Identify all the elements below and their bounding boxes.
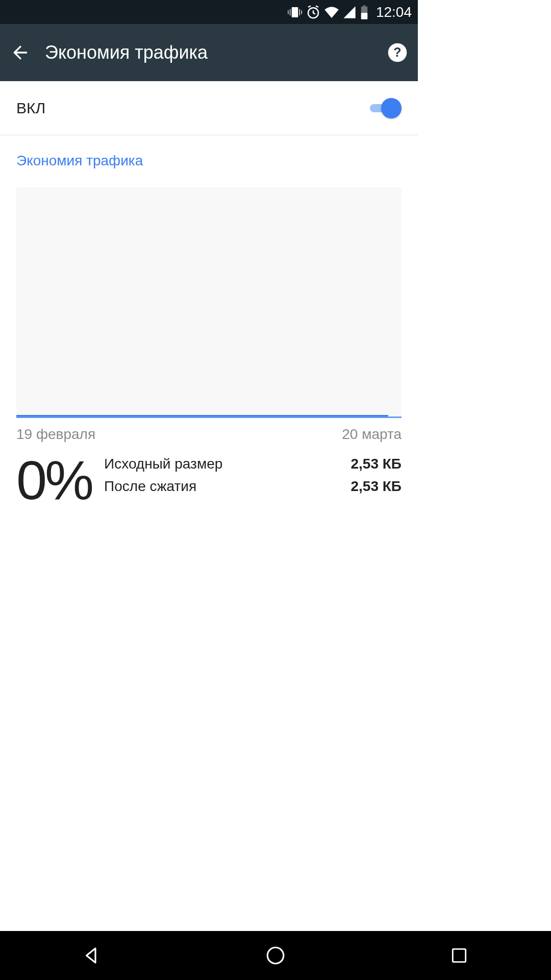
stats-row: 0% Исходный размер 2,53 КБ После сжатия …	[16, 453, 402, 508]
toggle-switch[interactable]	[370, 98, 402, 118]
vibrate-icon	[287, 5, 303, 20]
main-section: Экономия трафика 19 февраля 20 марта 0% …	[0, 135, 418, 508]
battery-icon	[360, 5, 369, 20]
savings-chart	[16, 187, 402, 418]
savings-percent: 0%	[16, 453, 92, 508]
toggle-row[interactable]: ВКЛ	[0, 81, 418, 135]
stat-original-label: Исходный размер	[104, 456, 222, 472]
switch-thumb	[381, 98, 402, 118]
page-title: Экономия трафика	[45, 42, 373, 63]
signal-icon	[342, 5, 357, 19]
alarm-icon	[306, 5, 321, 20]
stat-compressed-label: После сжатия	[104, 478, 196, 495]
date-end: 20 марта	[342, 426, 402, 443]
help-icon: ?	[387, 42, 408, 63]
stat-compressed: После сжатия 2,53 КБ	[104, 478, 402, 495]
svg-rect-3	[361, 13, 368, 19]
status-clock: 12:04	[376, 4, 412, 20]
stat-compressed-value: 2,53 КБ	[351, 478, 402, 495]
section-title: Экономия трафика	[16, 153, 402, 169]
chart-dates: 19 февраля 20 марта	[16, 426, 402, 443]
svg-rect-2	[363, 5, 365, 7]
arrow-left-icon	[10, 42, 31, 63]
help-button[interactable]: ?	[385, 40, 410, 65]
stat-original-value: 2,53 КБ	[351, 456, 402, 472]
app-bar: Экономия трафика ?	[0, 24, 418, 81]
back-button[interactable]	[8, 40, 33, 65]
stats-table: Исходный размер 2,53 КБ После сжатия 2,5…	[104, 453, 402, 495]
wifi-icon	[324, 5, 339, 20]
date-start: 19 февраля	[16, 426, 95, 443]
svg-text:?: ?	[393, 45, 401, 59]
stat-original: Исходный размер 2,53 КБ	[104, 456, 402, 472]
status-bar: 12:04	[0, 0, 418, 24]
toggle-label: ВКЛ	[16, 100, 45, 117]
